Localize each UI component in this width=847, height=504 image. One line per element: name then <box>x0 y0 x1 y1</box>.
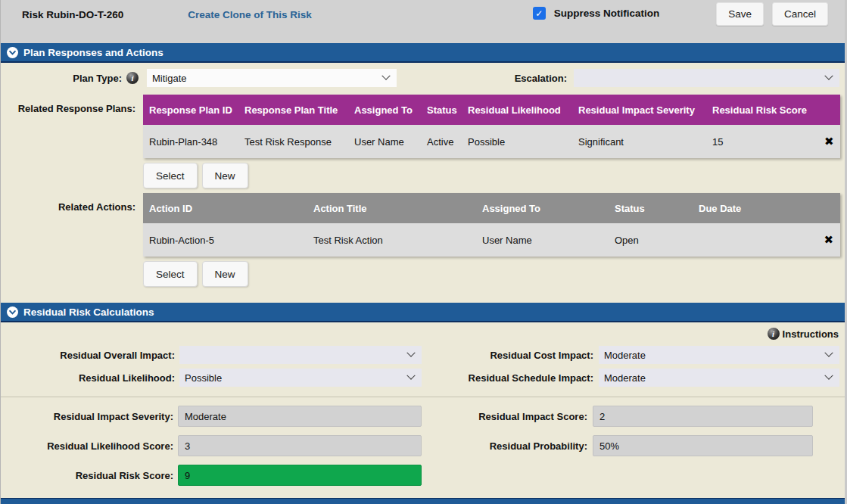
select-action-button[interactable]: Select <box>143 261 198 287</box>
column-header: Residual Risk Score <box>706 95 815 125</box>
delete-row-icon[interactable]: ✖ <box>821 233 833 247</box>
related-response-plans-block: Related Response Plans: Response Plan ID… <box>1 95 845 158</box>
residual-likelihood-score-label: Residual Likelihood Score: <box>1 440 173 452</box>
cell-due-date <box>685 223 797 257</box>
chevron-down-icon <box>824 372 833 380</box>
column-header: Action ID <box>143 193 307 223</box>
residual-schedule-impact-select[interactable]: Moderate <box>599 369 839 387</box>
plan-responses-section: Plan Type: i Mitigate Escalation: Relate… <box>1 69 845 303</box>
residual-impact-severity-field: Moderate <box>178 406 422 427</box>
cell-residual-risk-score: 15 <box>706 125 815 158</box>
response-plans-table-header: Response Plan ID Response Plan Title Ass… <box>143 95 840 125</box>
delete-row-icon[interactable]: ✖ <box>821 135 834 148</box>
create-clone-link[interactable]: Create Clone of This Risk <box>188 9 312 20</box>
collapse-chevron-icon[interactable] <box>7 47 18 58</box>
cell-action-id: Rubin-Action-5 <box>143 223 307 257</box>
cell-response-plan-title: Test Risk Response <box>238 125 348 158</box>
column-header: Residual Likelihood <box>462 95 572 125</box>
readonly-row-1: Residual Impact Severity: Moderate Resid… <box>1 406 845 427</box>
related-response-plans-label: Related Response Plans: <box>1 95 143 114</box>
cell-residual-impact-severity: Significant <box>572 125 706 158</box>
plan-type-select[interactable]: Mitigate <box>147 69 397 87</box>
residual-risk-section-header[interactable]: Residual Risk Calculations <box>1 303 845 322</box>
chevron-down-icon <box>406 349 415 357</box>
new-action-button[interactable]: New <box>202 261 248 287</box>
column-header-actions <box>797 193 840 223</box>
residual-cost-impact-value: Moderate <box>604 350 646 361</box>
section-title: Plan Responses and Actions <box>23 47 163 58</box>
residual-likelihood-select[interactable]: Possible <box>179 369 422 387</box>
residual-impact-severity-label: Residual Impact Severity: <box>1 411 173 422</box>
actions-table-header: Action ID Action Title Assigned To Statu… <box>143 193 840 223</box>
residual-schedule-impact-label: Residual Schedule Impact: <box>422 372 593 384</box>
residual-impact-score-field: 2 <box>593 406 813 427</box>
readonly-row-2: Residual Likelihood Score: 3 Residual Pr… <box>1 435 845 456</box>
collapse-chevron-icon[interactable] <box>7 306 18 318</box>
response-plans-table: Response Plan ID Response Plan Title Ass… <box>143 95 840 158</box>
escalation-select[interactable] <box>574 69 839 87</box>
chevron-down-icon <box>381 72 390 80</box>
info-icon[interactable]: i <box>768 328 780 340</box>
residual-cost-impact-label: Residual Cost Impact: <box>422 350 593 361</box>
residual-overall-impact-select[interactable] <box>179 346 422 364</box>
readonly-row-3: Residual Risk Score: 9 <box>1 465 845 486</box>
plan-responses-section-header[interactable]: Plan Responses and Actions <box>1 43 845 63</box>
residual-cost-impact-select[interactable]: Moderate <box>599 346 839 364</box>
section-title: Residual Risk Calculations <box>23 306 154 318</box>
save-button[interactable]: Save <box>716 2 764 26</box>
plan-type-value: Mitigate <box>152 73 187 84</box>
table-row: Rubin-Plan-348 Test Risk Response User N… <box>143 125 840 158</box>
response-plans-buttons: Select New <box>143 163 845 188</box>
suppress-notification-group: ✓ Suppress Notification <box>533 7 660 20</box>
residual-risk-score-field: 9 <box>178 465 422 486</box>
residual-likelihood-value: Possible <box>185 372 222 384</box>
escalation-label: Escalation: <box>397 73 567 84</box>
column-header: Status <box>421 95 462 125</box>
select-response-plan-button[interactable]: Select <box>143 163 198 188</box>
chevron-down-icon <box>824 72 833 80</box>
residual-schedule-impact-value: Moderate <box>604 372 646 384</box>
instructions-row: i Instructions <box>1 326 839 341</box>
chevron-down-icon <box>406 372 415 380</box>
suppress-notification-label: Suppress Notification <box>554 8 660 19</box>
residual-probability-field: 50% <box>593 435 813 456</box>
residual-likelihood-label: Residual Likelihood: <box>1 372 175 384</box>
cancel-button[interactable]: Cancel <box>772 2 828 26</box>
cell-action-title: Test Risk Action <box>307 223 476 257</box>
actions-table: Action ID Action Title Assigned To Statu… <box>143 193 840 257</box>
related-actions-label: Related Actions: <box>1 193 143 213</box>
residual-risk-score-label: Residual Risk Score: <box>1 470 173 481</box>
risk-detail-page: Risk Rubin-DO-T-260 Create Clone of This… <box>0 0 847 504</box>
cell-response-plan-id: Rubin-Plan-348 <box>143 125 238 158</box>
residual-risk-section: i Instructions Residual Overall Impact: … <box>1 326 845 504</box>
residual-impact-score-label: Residual Impact Score: <box>422 411 587 422</box>
table-row: Rubin-Action-5 Test Risk Action User Nam… <box>143 223 840 257</box>
plan-type-row: Plan Type: i Mitigate Escalation: <box>1 69 845 87</box>
column-header: Action Title <box>307 193 476 223</box>
column-header: Assigned To <box>348 95 421 125</box>
column-header-actions <box>815 95 840 125</box>
column-header: Due Date <box>685 193 797 223</box>
top-toolbar: Risk Rubin-DO-T-260 Create Clone of This… <box>1 0 845 43</box>
residual-overall-impact-label: Residual Overall Impact: <box>1 350 175 361</box>
column-header: Residual Impact Severity <box>572 95 706 125</box>
residual-likelihood-score-field: 3 <box>178 435 422 456</box>
instructions-label[interactable]: Instructions <box>783 328 839 340</box>
page-title: Risk Rubin-DO-T-260 <box>22 9 123 20</box>
actions-buttons: Select New <box>143 261 845 287</box>
residual-row-1: Residual Overall Impact: Residual Cost I… <box>1 346 845 364</box>
section-divider <box>1 397 845 397</box>
related-actions-block: Related Actions: Action ID Action Title … <box>1 193 845 257</box>
column-header: Response Plan Title <box>238 95 348 125</box>
cell-residual-likelihood: Possible <box>462 125 572 158</box>
column-header: Response Plan ID <box>143 95 238 125</box>
cell-status: Active <box>421 125 462 158</box>
column-header: Status <box>606 193 685 223</box>
residual-probability-label: Residual Probability: <box>422 440 587 452</box>
bottom-section-bar <box>1 498 845 504</box>
info-icon[interactable]: i <box>126 72 139 84</box>
column-header: Assigned To <box>476 193 606 223</box>
suppress-notification-checkbox[interactable]: ✓ <box>533 7 546 20</box>
chevron-down-icon <box>824 349 833 357</box>
new-response-plan-button[interactable]: New <box>202 163 248 188</box>
